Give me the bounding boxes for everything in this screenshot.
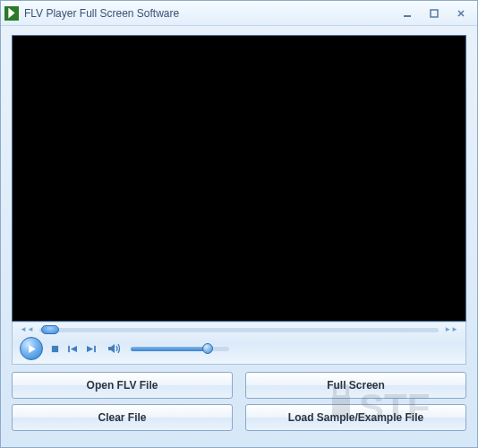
app-window: FLV Player Full Screen Software ◄◄ ►► xyxy=(0,0,478,448)
svg-rect-3 xyxy=(51,345,57,351)
seek-row: ◄◄ ►► xyxy=(20,324,458,335)
action-buttons: Open FLV File Full Screen Clear File Loa… xyxy=(12,372,466,431)
stop-button[interactable] xyxy=(48,345,61,353)
next-track-button[interactable] xyxy=(84,345,97,353)
seek-forward-icon[interactable]: ►► xyxy=(444,326,458,333)
player-controls: ◄◄ ►► xyxy=(12,322,466,365)
svg-marker-6 xyxy=(87,345,93,351)
window-controls xyxy=(395,5,474,22)
svg-rect-7 xyxy=(94,345,96,351)
client-area: ◄◄ ►► xyxy=(1,26,477,447)
fullscreen-button[interactable]: Full Screen xyxy=(245,372,466,399)
maximize-button[interactable] xyxy=(422,5,447,22)
video-canvas[interactable] xyxy=(12,35,466,322)
window-title: FLV Player Full Screen Software xyxy=(24,7,395,20)
volume-thumb[interactable] xyxy=(202,343,213,354)
prev-track-button[interactable] xyxy=(66,345,79,353)
volume-icon[interactable] xyxy=(107,342,122,355)
svg-marker-2 xyxy=(29,345,36,353)
open-file-button[interactable]: Open FLV File xyxy=(12,372,233,399)
seek-back-icon[interactable]: ◄◄ xyxy=(20,326,34,333)
seek-slider[interactable] xyxy=(39,328,439,332)
titlebar: FLV Player Full Screen Software xyxy=(1,1,477,26)
minimize-button[interactable] xyxy=(395,5,420,22)
app-icon xyxy=(4,6,19,21)
transport-row xyxy=(20,337,458,360)
volume-slider[interactable] xyxy=(131,347,229,351)
svg-rect-4 xyxy=(68,345,70,351)
svg-marker-8 xyxy=(108,344,115,353)
seek-thumb[interactable] xyxy=(41,325,59,334)
close-button[interactable] xyxy=(448,5,474,22)
svg-rect-0 xyxy=(404,15,411,17)
volume-fill xyxy=(131,347,208,351)
play-button[interactable] xyxy=(20,337,43,360)
svg-rect-1 xyxy=(431,10,438,17)
load-sample-button[interactable]: Load Sample/Example File xyxy=(245,404,466,431)
svg-marker-5 xyxy=(70,345,76,351)
clear-file-button[interactable]: Clear File xyxy=(12,404,233,431)
